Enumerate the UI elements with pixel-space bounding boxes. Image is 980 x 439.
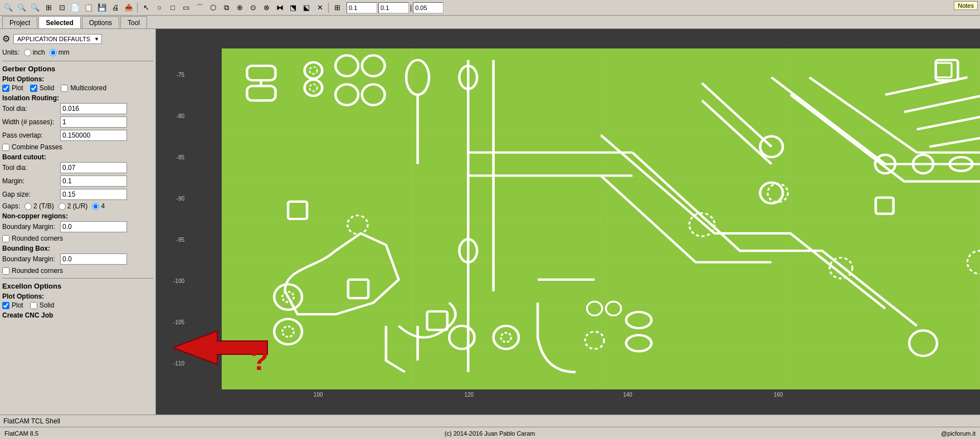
- multicolored-checkbox[interactable]: [61, 85, 68, 92]
- board-tool-dia-label: Tool dia:: [2, 164, 58, 172]
- pcb-board: [222, 48, 980, 389]
- gaps-2tb-radio[interactable]: [25, 203, 32, 210]
- arrow-svg: ?: [173, 325, 273, 375]
- board-tool-dia-input[interactable]: [60, 162, 127, 173]
- polygon-button[interactable]: ⬡: [207, 2, 219, 14]
- solid-checkbox[interactable]: [30, 85, 37, 92]
- rounded-rect-button[interactable]: ▭: [180, 2, 192, 14]
- pass-overlap-input[interactable]: [60, 130, 127, 141]
- svg-point-59: [909, 330, 937, 356]
- tab-tool[interactable]: Tool: [120, 16, 147, 28]
- tab-selected[interactable]: Selected: [38, 16, 80, 28]
- open2-button[interactable]: 📋: [82, 2, 95, 14]
- notes-button[interactable]: Notes: [954, 1, 978, 10]
- svg-point-31: [274, 319, 302, 344]
- tool4-button[interactable]: ⊙: [247, 2, 259, 14]
- bounding-rounded-row: Rounded corners: [2, 267, 153, 275]
- excellon-plot-checkbox[interactable]: [2, 302, 9, 309]
- svg-point-11: [406, 60, 429, 95]
- tool6-button[interactable]: ⧓: [274, 2, 286, 14]
- tool2-button[interactable]: ⊡: [56, 2, 68, 14]
- boundary-margin-label: Boundary Margin:: [2, 223, 58, 231]
- zoom-in-button[interactable]: 🔍: [2, 2, 14, 14]
- boundary-margin-input[interactable]: [60, 221, 127, 232]
- tool1-button[interactable]: ⊞: [42, 2, 55, 14]
- svg-point-6: [310, 84, 318, 91]
- plot-checkbox[interactable]: [2, 85, 9, 92]
- margin-label: Margin:: [2, 177, 58, 185]
- pass-overlap-row: Pass overlap:: [2, 130, 153, 141]
- bounding-rounded-checkbox[interactable]: [2, 267, 9, 275]
- tool8-button[interactable]: ⬕: [300, 2, 313, 14]
- save-button[interactable]: 💾: [96, 2, 108, 14]
- unit-inch-radio[interactable]: [24, 49, 31, 56]
- canvas-area[interactable]: -75 -80 -85 -90 -95 -100 -105 -110 100 1…: [156, 29, 980, 414]
- app-defaults-bar: ⚙ APPLICATION DEFAULTS: [2, 33, 153, 44]
- svg-point-9: [335, 84, 358, 105]
- tool3-button[interactable]: ⊕: [233, 2, 246, 14]
- non-copper-sub: Non-copper regions:: [2, 212, 153, 220]
- bounding-box-sub: Bounding Box:: [2, 245, 153, 252]
- gaps-4-label[interactable]: 4: [92, 202, 105, 210]
- copy-button[interactable]: ⧉: [220, 2, 232, 14]
- tab-project[interactable]: Project: [2, 16, 37, 28]
- open-file-button[interactable]: 📄: [69, 2, 81, 14]
- gaps-4-radio[interactable]: [92, 203, 99, 210]
- y-label-1: -75: [156, 72, 187, 78]
- unit-mm-label[interactable]: mm: [50, 48, 70, 56]
- circle-button[interactable]: ○: [153, 2, 165, 14]
- combine-passes-checkbox[interactable]: [2, 144, 9, 151]
- status-bar: FlatCAM TCL Shell: [0, 414, 980, 427]
- zoom-fit-button[interactable]: 🔍: [29, 2, 41, 14]
- coord-y-input[interactable]: [378, 2, 409, 13]
- grid-button[interactable]: ⊞: [331, 2, 343, 14]
- pcb-svg: [222, 48, 980, 389]
- pointer-button[interactable]: ↖: [140, 2, 152, 14]
- unit-mm-radio[interactable]: [50, 49, 57, 56]
- path-button[interactable]: ⌒: [193, 2, 206, 14]
- gap-size-row: Gap size:: [2, 189, 153, 200]
- svg-point-41: [585, 331, 604, 349]
- width-passes-input[interactable]: [60, 116, 127, 128]
- y-label-2: -80: [156, 113, 187, 119]
- tab-options[interactable]: Options: [82, 16, 119, 28]
- zoom-out-button[interactable]: 🔍: [16, 2, 28, 14]
- svg-point-24: [348, 216, 368, 234]
- unit-inch-label[interactable]: inch: [24, 48, 45, 56]
- bounding-margin-input[interactable]: [60, 253, 127, 265]
- export-button[interactable]: 📤: [123, 2, 135, 14]
- gerber-options-header: Gerber Options: [2, 65, 153, 73]
- x-label-3: 140: [623, 392, 632, 398]
- divider2: [2, 278, 153, 279]
- svg-text:?: ?: [251, 344, 269, 375]
- rect-button[interactable]: □: [167, 2, 179, 14]
- margin-input[interactable]: [60, 175, 127, 187]
- coord-x-input[interactable]: [347, 2, 377, 13]
- tool-dia-label: Tool dia:: [2, 105, 58, 113]
- tool5-button[interactable]: ⊗: [260, 2, 272, 14]
- print-button[interactable]: 🖨: [109, 2, 121, 14]
- tool-dia-input[interactable]: [60, 103, 127, 114]
- tool7-button[interactable]: ⬔: [287, 2, 299, 14]
- y-label-4: -90: [156, 196, 187, 202]
- plot-check-row: Plot Solid Multicolored: [2, 84, 153, 92]
- y-label-5: -95: [156, 237, 187, 243]
- excellon-solid-checkbox[interactable]: [30, 302, 37, 309]
- footer: FlatCAM 8.5 (c) 2014-2016 Juan Pablo Car…: [0, 427, 980, 439]
- board-cutout-sub: Board cutout:: [2, 153, 153, 161]
- svg-point-37: [494, 326, 519, 349]
- gap-size-input[interactable]: [60, 189, 127, 200]
- svg-point-4: [305, 80, 323, 96]
- rounded-corners-checkbox[interactable]: [2, 235, 9, 242]
- coord-z-input[interactable]: [413, 2, 443, 13]
- gaps-2lr-label[interactable]: 2 (L/R): [58, 202, 88, 210]
- annotation-arrow: ?: [173, 325, 262, 370]
- gaps-2tb-label[interactable]: 2 (T/B): [25, 202, 54, 210]
- width-passes-label: Width (# passes):: [2, 118, 58, 126]
- close-button[interactable]: ✕: [314, 2, 326, 14]
- x-label-1: 100: [314, 392, 323, 398]
- boundary-margin-row: Boundary Margin:: [2, 221, 153, 232]
- gaps-2lr-radio[interactable]: [58, 203, 66, 210]
- app-defaults-dropdown[interactable]: APPLICATION DEFAULTS: [13, 34, 102, 44]
- svg-rect-27: [876, 198, 894, 214]
